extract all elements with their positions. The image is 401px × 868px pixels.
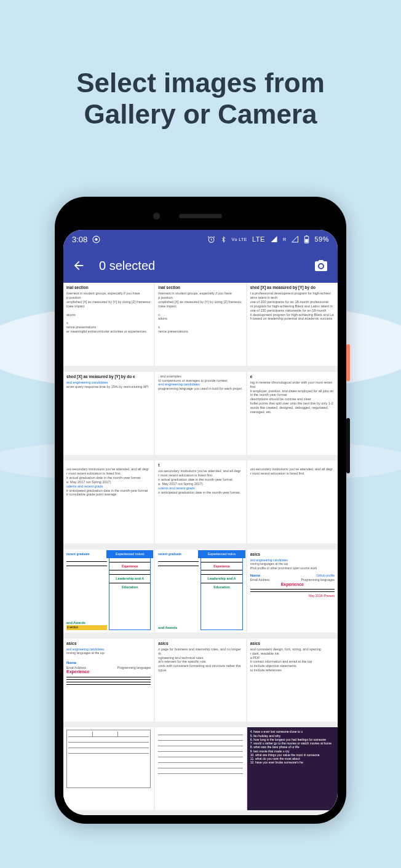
gallery-thumb[interactable]: shed [X] as measured by [Y] by do e and … <box>63 372 154 455</box>
phone-power-button <box>346 344 350 381</box>
gallery-grid: inal section ilvement in student groups,… <box>63 283 338 815</box>
phone-frame: 3:08 Vo LTE LTE R <box>55 197 346 824</box>
gallery-thumb[interactable]: inal section ilvement in student groups,… <box>63 283 154 366</box>
battery-percent: 59% <box>314 235 329 243</box>
page-headline: Select images from Gallery or Camera <box>0 68 401 130</box>
appbar-title: 0 selected <box>99 259 300 273</box>
gallery-thumb[interactable]: inal section ilvement in student groups,… <box>155 283 245 366</box>
phone-screen: 3:08 Vo LTE LTE R <box>63 230 338 815</box>
back-arrow-icon[interactable] <box>72 259 85 272</box>
svg-rect-5 <box>306 239 309 242</box>
gallery-thumb[interactable]: asics n page for business and internship… <box>155 639 245 722</box>
status-bar: 3:08 Vo LTE LTE R <box>63 230 338 248</box>
signal-icon-2 <box>291 235 299 243</box>
battery-icon <box>304 235 309 243</box>
gallery-thumb[interactable]: recent graduate and Awards Experienced i… <box>155 550 245 633</box>
camera-icon[interactable] <box>313 258 329 273</box>
roaming-indicator: R <box>283 237 287 242</box>
gallery-thumb[interactable] <box>63 727 154 810</box>
gallery-thumb[interactable]: e ing in reverse chronological order wit… <box>247 372 338 455</box>
svg-rect-4 <box>306 235 308 236</box>
volte-indicator: Vo LTE <box>232 237 247 242</box>
status-time: 3:08 <box>72 235 87 244</box>
gallery-thumb[interactable]: asics and engineering candidates mming l… <box>247 550 338 633</box>
alarm-icon <box>207 235 215 243</box>
svg-point-1 <box>95 238 98 240</box>
headline-line2: Gallery or Camera <box>84 99 317 129</box>
phone-volume-button <box>346 418 350 473</box>
headline-line1: Select images from <box>76 68 325 98</box>
gallery-thumb[interactable]: , and examples ld comparisons or average… <box>155 372 245 455</box>
gallery-thumb[interactable]: recent graduate and Awards d section Exp… <box>63 550 154 633</box>
gallery-thumb[interactable]: t ost-secondary institutions you've atte… <box>155 460 245 543</box>
gallery-thumb[interactable] <box>155 727 245 810</box>
signal-icon-1 <box>270 235 278 243</box>
gallery-thumb[interactable]: asics and consistent design, font, sizin… <box>247 639 338 722</box>
gallery-thumb[interactable]: ost-secondary institutions you've attend… <box>247 460 338 543</box>
app-bar: 0 selected <box>63 248 338 283</box>
gallery-thumb[interactable]: 4. have u ever lost someone close to u 5… <box>247 727 338 810</box>
app-notification-icon <box>92 235 100 243</box>
gallery-thumb[interactable]: shed [X] as measured by [Y] by do t a pr… <box>247 283 338 366</box>
bluetooth-icon <box>220 235 227 243</box>
gallery-thumb[interactable]: ost-secondary institutions you've attend… <box>63 460 154 543</box>
lte-indicator: LTE <box>252 235 265 243</box>
gallery-thumb[interactable]: asics and engineering candidates mming l… <box>63 639 154 722</box>
